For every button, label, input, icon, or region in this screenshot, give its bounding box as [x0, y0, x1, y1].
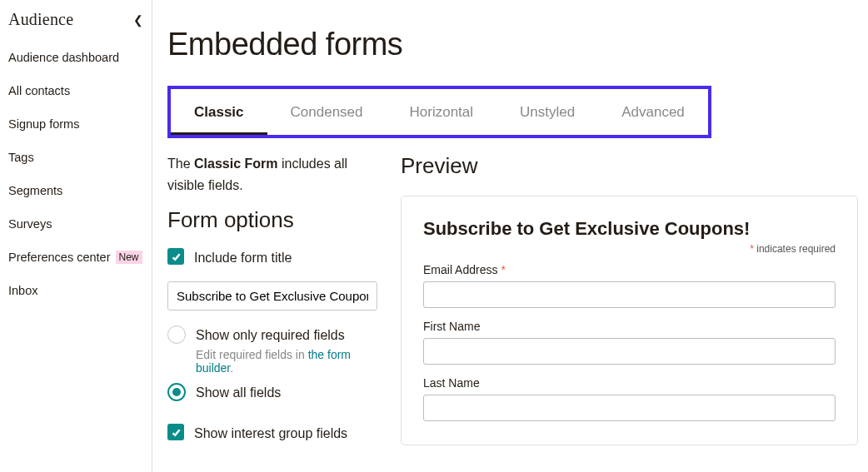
sidebar-item-inbox[interactable]: Inbox	[0, 274, 152, 307]
sidebar-item-preferences-center[interactable]: Preferences center New	[0, 241, 152, 274]
preview-input-first-name[interactable]	[423, 338, 836, 365]
preview-input-email[interactable]	[423, 281, 836, 308]
asterisk-icon: *	[501, 263, 505, 276]
sidebar-item-tags[interactable]: Tags	[0, 141, 152, 174]
tab-advanced[interactable]: Advanced	[598, 89, 708, 135]
form-options-panel: The Classic Form includes all visible fi…	[167, 153, 377, 452]
option-show-all-fields[interactable]: Show all fields	[167, 383, 377, 402]
sidebar-item-audience-dashboard[interactable]: Audience dashboard	[0, 41, 152, 74]
preview-box[interactable]: Subscribe to Get Exclusive Coupons! * in…	[401, 196, 858, 445]
preview-input-last-name[interactable]	[423, 395, 836, 421]
tab-classic[interactable]: Classic	[171, 89, 267, 135]
main-content: Embedded forms Classic Condensed Horizon…	[152, 0, 868, 472]
sidebar-title: Audience	[8, 10, 73, 29]
sidebar-item-signup-forms[interactable]: Signup forms	[0, 107, 152, 141]
preview-field-last-name: Last Name	[423, 376, 836, 421]
preview-field-email: Email Address *	[423, 263, 836, 308]
checkbox-checked-icon[interactable]	[167, 424, 184, 440]
preview-panel: Preview Subscribe to Get Exclusive Coupo…	[401, 153, 858, 452]
preview-field-first-name: First Name	[423, 320, 836, 365]
preview-heading: Preview	[401, 153, 858, 179]
form-title-input[interactable]	[167, 281, 377, 311]
required-indicator-note: * indicates required	[423, 243, 836, 255]
option-show-only-required[interactable]: Show only required fields Edit required …	[167, 325, 377, 375]
radio-checked-icon[interactable]	[167, 383, 186, 401]
form-options-heading: Form options	[167, 207, 377, 233]
checkbox-checked-icon[interactable]	[167, 248, 184, 265]
tab-condensed[interactable]: Condensed	[267, 89, 387, 135]
new-badge: New	[116, 251, 142, 264]
preview-form-title: Subscribe to Get Exclusive Coupons!	[423, 218, 836, 240]
sidebar-item-segments[interactable]: Segments	[0, 174, 152, 207]
required-fields-hint: Edit required fields in the form builder…	[196, 348, 377, 375]
sidebar: Audience ❮ Audience dashboard All contac…	[0, 0, 152, 472]
page-title: Embedded forms	[167, 27, 858, 62]
tabs-highlight-box: Classic Condensed Horizontal Unstyled Ad…	[167, 86, 711, 138]
option-show-interest-groups[interactable]: Show interest group fields	[167, 424, 377, 443]
option-include-form-title[interactable]: Include form title	[167, 248, 377, 267]
radio-unchecked-icon[interactable]	[167, 325, 186, 344]
sidebar-item-surveys[interactable]: Surveys	[0, 207, 152, 241]
asterisk-icon: *	[750, 243, 754, 255]
tab-horizontal[interactable]: Horizontal	[387, 89, 497, 135]
form-description: The Classic Form includes all visible fi…	[167, 153, 377, 196]
sidebar-item-all-contacts[interactable]: All contacts	[0, 74, 152, 107]
collapse-sidebar-icon[interactable]: ❮	[133, 13, 143, 27]
tab-unstyled[interactable]: Unstyled	[496, 89, 598, 135]
